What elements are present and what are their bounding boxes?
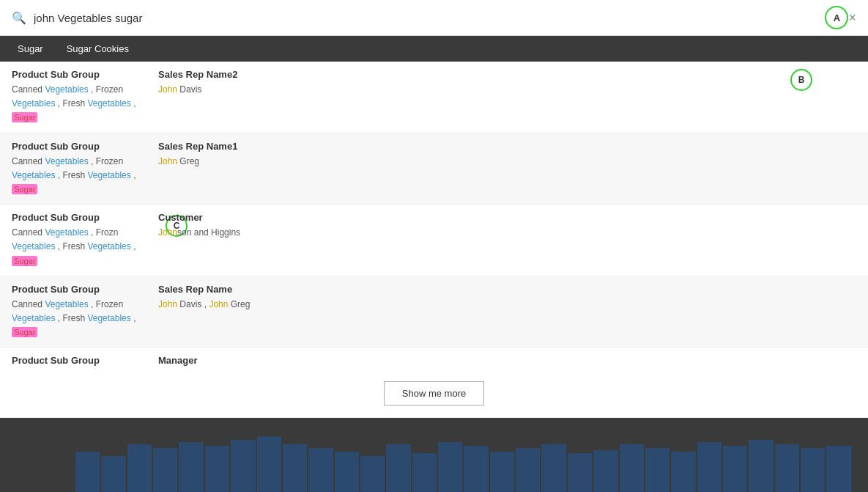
result-left-col: Product Sub GroupCanned Vegetables , Fro… — [12, 355, 158, 370]
highlight-yellow: John — [158, 156, 177, 166]
chart-bar — [101, 456, 125, 492]
chart-bar — [645, 448, 669, 492]
bars-container — [73, 424, 854, 492]
right-col-content: John Davis — [158, 83, 856, 97]
chart-bar — [801, 448, 825, 492]
left-col-content: Canned Vegetables , Frozen Vegetables , … — [12, 369, 146, 370]
right-col-label: Customer — [158, 212, 856, 223]
highlight-blue: Vegetables — [45, 299, 88, 309]
chart-bar — [438, 442, 462, 492]
chart-bar — [257, 436, 281, 492]
chart-area: UKUSA Sales 2012-Jan2012-Feb2012-Mar2012… — [0, 418, 868, 492]
right-col-label: Sales Rep Name1 — [158, 141, 856, 152]
chart-bar — [516, 448, 540, 492]
left-col-label: Product Sub Group — [12, 355, 146, 366]
highlight-blue: Vegetables — [45, 84, 88, 95]
circle-a-label: A — [825, 6, 848, 29]
chart-bar — [671, 452, 695, 492]
circle-b-label: B — [790, 69, 812, 91]
chart-bar — [179, 442, 203, 492]
chart-bar — [541, 444, 565, 492]
highlight-blue: Vegetables — [12, 98, 55, 109]
table-row: Product Sub GroupCanned Vegetables , Fro… — [0, 276, 868, 348]
chart-inner: 2012-Jan2012-Feb2012-Mar2012-Apr2012-May… — [73, 424, 854, 492]
right-col-content: John Greg — [158, 155, 856, 169]
left-col-content: Canned Vegetables , Frozen Vegetables , … — [12, 298, 146, 340]
right-col-label: Sales Rep Name2 — [158, 69, 856, 80]
highlight-blue: Vegetables — [12, 241, 55, 251]
highlight-blue: Vegetables — [87, 241, 130, 251]
chart-bar — [697, 442, 722, 492]
highlight-yellow: John — [209, 299, 228, 309]
chart-bar — [386, 444, 410, 492]
highlight-yellow: John — [158, 84, 177, 95]
chart-bar — [75, 452, 100, 492]
result-left-col: Product Sub GroupCanned Vegetables , Fro… — [12, 141, 158, 197]
result-left-col: Product Sub GroupCanned Vegetables , Fro… — [12, 212, 158, 268]
left-col-label: Product Sub Group — [12, 69, 146, 80]
highlight-pink: Sugar — [12, 256, 37, 266]
right-col-content: Johnson and Higgins — [158, 226, 856, 240]
results-list: Product Sub GroupCanned Vegetables , Fro… — [0, 62, 868, 370]
chart-bar — [464, 446, 488, 492]
search-icon: 🔍 — [12, 11, 26, 25]
chart-bar — [127, 444, 152, 492]
highlight-pink: Sugar — [12, 327, 37, 337]
highlight-blue: Vegetables — [45, 156, 88, 166]
highlight-yellow: John — [158, 227, 177, 238]
highlight-yellow: John — [158, 299, 177, 309]
highlight-blue: Vegetables — [87, 98, 130, 109]
chart-bar — [360, 456, 385, 492]
result-left-col: Product Sub GroupCanned Vegetables , Fro… — [12, 69, 158, 125]
left-col-content: Canned Vegetables , Frozen Vegetables , … — [12, 155, 146, 197]
chart-bar — [749, 440, 773, 492]
close-button[interactable]: × — [848, 10, 856, 26]
highlight-blue: Vegetables — [12, 170, 55, 180]
left-col-label: Product Sub Group — [12, 212, 146, 223]
chart-bar — [335, 452, 359, 492]
chart-bar — [231, 440, 255, 492]
chart-bar — [205, 446, 229, 492]
chart-bar — [568, 453, 592, 492]
tabs-bar: SugarSugar Cookies — [0, 36, 868, 62]
right-col-content: John Davis , John Greg — [158, 369, 856, 370]
left-col-content: Canned Vegetables , Frozen Vegetables , … — [12, 83, 146, 125]
chart-bar — [826, 446, 850, 492]
show-more-button[interactable]: Show me more — [384, 381, 484, 405]
right-col-label: Sales Rep Name — [158, 284, 856, 295]
result-right-col: Sales Rep Name2John DavisB — [158, 69, 856, 125]
left-col-label: Product Sub Group — [12, 284, 146, 295]
highlight-blue: Vegetables — [45, 227, 88, 238]
search-input[interactable] — [34, 12, 817, 24]
chart-bar — [283, 444, 307, 492]
table-row: Product Sub GroupCanned Vegetables , Fro… — [0, 348, 868, 370]
chart-bar — [308, 448, 333, 492]
result-right-col: Sales Rep Name1John Greg — [158, 141, 856, 197]
result-right-col: ManagerJohn Davis , John Greg — [158, 355, 856, 370]
highlight-blue: Vegetables — [12, 313, 55, 323]
show-more-area: Show me more — [0, 370, 868, 418]
highlight-pink: Sugar — [12, 112, 37, 122]
highlight-blue: Vegetables — [87, 313, 130, 323]
chart-bar — [593, 450, 617, 492]
highlight-blue: Vegetables — [87, 170, 130, 180]
right-col-label: Manager — [158, 355, 856, 366]
left-col-label: Product Sub Group — [12, 141, 146, 152]
highlight-pink: Sugar — [12, 184, 37, 194]
table-row: Product Sub GroupCanned Vegetables , Fro… — [0, 205, 868, 276]
search-bar: 🔍 A × — [0, 0, 868, 36]
chart-bar — [723, 446, 747, 492]
table-row: Product Sub GroupCanned Vegetables , Fro… — [0, 62, 868, 133]
chart-bar — [775, 444, 799, 492]
chart-bar — [412, 453, 437, 492]
chart-bar — [153, 448, 177, 492]
table-row: Product Sub GroupCanned Vegetables , Fro… — [0, 133, 868, 205]
left-col-content: Canned Vegetables , Frozn Vegetables , F… — [12, 226, 146, 268]
result-left-col: Product Sub GroupCanned Vegetables , Fro… — [12, 284, 158, 340]
result-right-col: CustomerJohnson and Higgins — [158, 212, 856, 268]
right-col-content: John Davis , John Greg — [158, 298, 856, 312]
chart-bar — [620, 444, 644, 492]
chart-bar — [490, 452, 514, 492]
tab-sugar-cookies[interactable]: Sugar Cookies — [55, 36, 141, 62]
tab-sugar[interactable]: Sugar — [6, 36, 55, 62]
